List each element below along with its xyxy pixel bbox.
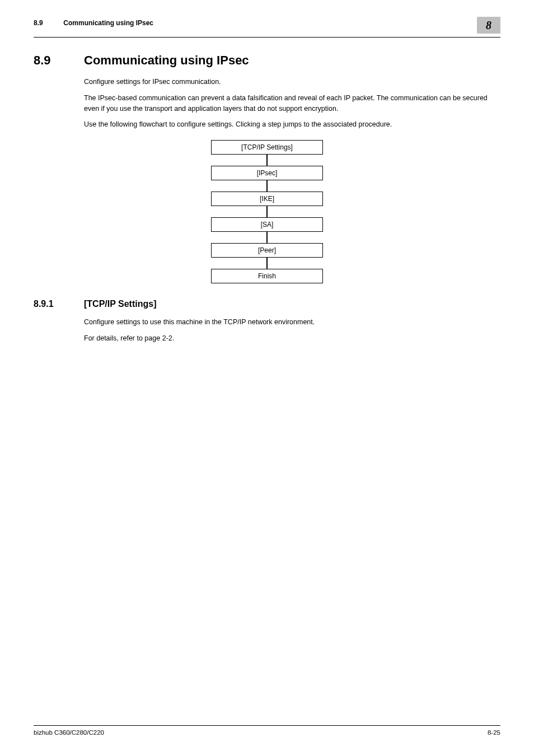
subsection-paragraph: For details, refer to page 2-2. xyxy=(84,333,500,344)
header-left: 8.9 Communicating using IPsec xyxy=(34,17,153,27)
flow-step-ike[interactable]: [IKE] xyxy=(211,192,323,206)
subsection-title: [TCP/IP Settings] xyxy=(84,299,157,309)
section-number: 8.9 xyxy=(34,53,84,68)
header-section-title: Communicating using IPsec xyxy=(63,19,153,27)
flow-step-finish: Finish xyxy=(211,269,323,283)
flow-connector xyxy=(266,258,268,269)
flow-connector xyxy=(266,206,268,217)
chapter-number: 8 xyxy=(486,19,491,32)
flow-step-ipsec[interactable]: [IPsec] xyxy=(211,166,323,180)
section-paragraph: Use the following flowchart to configure… xyxy=(84,119,500,130)
section-title: Communicating using IPsec xyxy=(84,53,249,68)
flow-connector xyxy=(266,232,268,243)
flow-connector xyxy=(266,155,268,166)
footer-rule xyxy=(34,725,500,726)
section-paragraph: Configure settings for IPsec communicati… xyxy=(84,77,500,87)
subsection-paragraph: Configure settings to use this machine i… xyxy=(84,317,500,328)
flow-connector xyxy=(266,180,268,192)
footer-product: bizhub C360/C280/C220 xyxy=(34,729,104,736)
header-section-number: 8.9 xyxy=(34,19,62,27)
page-header: 8.9 Communicating using IPsec 8 xyxy=(34,17,500,34)
flow-step-tcpip[interactable]: [TCP/IP Settings] xyxy=(211,140,323,155)
section-heading: 8.9 Communicating using IPsec xyxy=(34,53,500,68)
flow-step-sa[interactable]: [SA] xyxy=(211,217,323,232)
flowchart: [TCP/IP Settings] [IPsec] [IKE] [SA] [Pe… xyxy=(211,140,323,283)
subsection-number: 8.9.1 xyxy=(34,299,84,309)
page-footer: bizhub C360/C280/C220 8-25 xyxy=(34,725,500,736)
flow-step-peer[interactable]: [Peer] xyxy=(211,243,323,258)
subsection-heading: 8.9.1 [TCP/IP Settings] xyxy=(34,299,500,309)
section-paragraph: The IPsec-based communication can preven… xyxy=(84,93,500,114)
footer-page-number: 8-25 xyxy=(488,729,500,736)
header-rule xyxy=(34,37,500,38)
chapter-tab: 8 xyxy=(477,17,500,34)
